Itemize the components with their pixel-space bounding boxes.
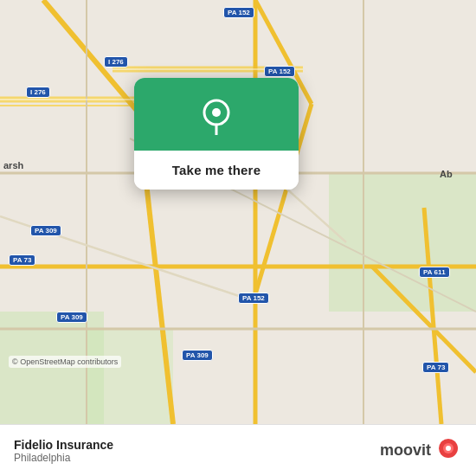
svg-rect-0 bbox=[329, 173, 476, 312]
road-label-pa152-top: PA 152 bbox=[223, 7, 254, 18]
road-label-pa152-bot: PA 152 bbox=[238, 293, 269, 304]
road-label-pa73-right: PA 73 bbox=[422, 362, 449, 373]
popup-card: Take me there bbox=[134, 78, 299, 190]
road-label-pa152-mid: PA 152 bbox=[264, 66, 295, 77]
road-label-pa309-mid: PA 309 bbox=[56, 312, 87, 323]
map-pin-icon bbox=[197, 97, 235, 135]
place-label-ab: Ab bbox=[440, 169, 453, 179]
moovit-brand-text: moovit bbox=[380, 441, 431, 460]
place-label-arsh: arsh bbox=[3, 160, 23, 170]
location-name: Fidelio Insurance bbox=[14, 438, 113, 452]
moovit-brand-icon bbox=[434, 437, 462, 465]
moovit-logo: moovit bbox=[380, 437, 462, 465]
road-label-pa611: PA 611 bbox=[419, 267, 450, 278]
location-city: Philadelphia bbox=[14, 452, 113, 464]
road-label-pa309-bot: PA 309 bbox=[182, 350, 213, 361]
popup-header bbox=[134, 78, 299, 151]
bottom-bar: Fidelio Insurance Philadelphia moovit bbox=[0, 424, 476, 476]
road-label-i276-right: I 276 bbox=[104, 56, 128, 68]
map-container: I 276 I 276 PA 152 PA 152 PA 152 PA 73 P… bbox=[0, 0, 476, 424]
svg-point-27 bbox=[446, 446, 451, 451]
location-info: Fidelio Insurance Philadelphia bbox=[14, 438, 113, 464]
take-me-there-button[interactable]: Take me there bbox=[134, 151, 299, 190]
road-label-i276-left: I 276 bbox=[26, 87, 50, 98]
svg-rect-2 bbox=[87, 329, 173, 424]
road-label-pa309-top: PA 309 bbox=[30, 225, 61, 236]
road-label-pa73-left: PA 73 bbox=[9, 254, 35, 266]
svg-point-24 bbox=[212, 108, 221, 117]
copyright-text: © OpenStreetMap contributors bbox=[9, 356, 121, 368]
